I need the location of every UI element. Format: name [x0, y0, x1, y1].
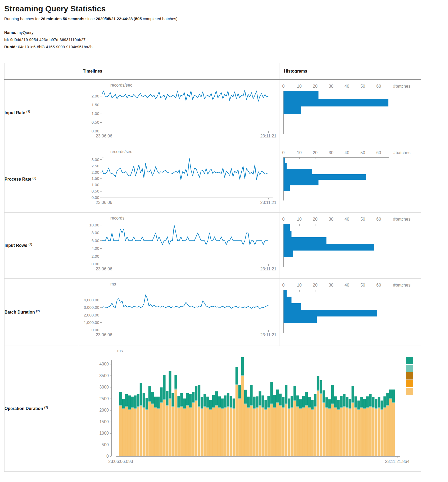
id-value: 9d0dd219-995d-423e-b97d-36931110bb27: [9, 37, 85, 42]
statistics-table: Timelines Histograms Input Rate (?) reco…: [4, 63, 421, 472]
svg-text:23:06:06.093: 23:06:06.093: [108, 459, 133, 464]
svg-text:2000: 2000: [99, 408, 109, 412]
svg-text:6.00: 6.00: [92, 238, 99, 243]
svg-text:0.00: 0.00: [92, 328, 99, 332]
input-rate-timeline-chart: records/sec0.000.501.001.502.0023:06:062…: [78, 80, 279, 146]
input-rows-histogram-cell: 0102030405060#batches: [279, 212, 421, 278]
svg-text:50: 50: [360, 150, 365, 155]
input-rate-help-icon[interactable]: (?): [26, 110, 30, 113]
svg-text:2.00: 2.00: [92, 254, 99, 258]
svg-text:50: 50: [360, 84, 365, 88]
svg-text:23:06:06: 23:06:06: [96, 200, 112, 205]
input-rate-timeline-cell: records/sec0.000.501.001.502.0023:06:062…: [78, 79, 279, 146]
svg-text:1.50: 1.50: [92, 102, 99, 107]
svg-text:1000: 1000: [99, 431, 109, 435]
runid-value: 04e101e6-8bf8-4165-9099-9104c951ba3b: [17, 44, 92, 49]
running-duration: 26 minutes 56 seconds: [41, 16, 84, 21]
svg-text:0: 0: [282, 283, 285, 287]
svg-text:records: records: [110, 216, 124, 220]
operation-duration-label: Operation Duration: [4, 407, 43, 411]
page: Streaming Query Statistics Running batch…: [0, 4, 448, 472]
svg-text:60: 60: [376, 84, 381, 88]
svg-text:20: 20: [313, 283, 318, 287]
completed-batches-count: 505: [135, 16, 142, 21]
empty-header-cell: [4, 63, 78, 79]
legend-swatch-4: [406, 380, 413, 387]
input-rows-help-icon[interactable]: (?): [29, 243, 32, 246]
svg-text:30: 30: [329, 283, 333, 287]
runid-label: RunId:: [4, 44, 17, 49]
svg-text:23:11:21: 23:11:21: [260, 267, 276, 271]
input-rows-timeline-cell: records0.002.004.006.008.0010.0023:06:06…: [78, 212, 279, 278]
svg-text:2,000.00: 2,000.00: [84, 313, 99, 317]
svg-text:40: 40: [345, 84, 349, 88]
svg-text:30: 30: [329, 150, 333, 155]
svg-text:30: 30: [329, 217, 333, 221]
svg-text:#batches: #batches: [393, 84, 410, 88]
svg-text:60: 60: [376, 150, 381, 155]
svg-text:30: 30: [329, 84, 333, 88]
svg-text:0: 0: [282, 150, 285, 155]
svg-text:20: 20: [313, 150, 318, 155]
svg-text:1.50: 1.50: [92, 176, 99, 181]
svg-text:500: 500: [102, 442, 109, 447]
process-rate-row: Process Rate (?) records/sec0.000.501.00…: [4, 146, 421, 212]
batch-duration-label-cell: Batch Duration (?): [4, 278, 78, 346]
svg-text:10.00: 10.00: [89, 223, 99, 227]
operation-duration-chart: ms0500100015002000250030003500400023:06:…: [78, 346, 421, 471]
input-rows-label-cell: Input Rows (?): [4, 212, 78, 278]
svg-text:2.50: 2.50: [92, 163, 99, 168]
process-rate-timeline-cell: records/sec0.000.501.001.502.002.503.002…: [78, 146, 279, 212]
legend-swatch-3: [406, 372, 413, 380]
query-id-line: Id: 9d0dd219-995d-423e-b97d-36931110bb27: [4, 36, 448, 43]
svg-text:1.00: 1.00: [92, 111, 99, 116]
svg-text:10: 10: [297, 150, 302, 155]
svg-text:2500: 2500: [99, 396, 109, 401]
query-name-line: Name: myQuery: [4, 29, 448, 36]
input-rows-histogram-chart: 0102030405060#batches: [279, 213, 421, 278]
svg-text:0: 0: [282, 217, 285, 221]
batch-duration-label: Batch Duration: [4, 310, 35, 314]
svg-text:0.50: 0.50: [92, 189, 99, 193]
svg-text:0.00: 0.00: [92, 262, 99, 266]
svg-text:23:11:21: 23:11:21: [260, 200, 276, 205]
paren-open: (: [133, 16, 135, 21]
svg-text:4,000.00: 4,000.00: [84, 298, 99, 302]
page-title: Streaming Query Statistics: [4, 4, 448, 13]
svg-text:10: 10: [297, 84, 302, 88]
svg-text:23:06:06: 23:06:06: [96, 134, 112, 138]
legend-swatch-5: [406, 388, 413, 395]
input-rate-label-cell: Input Rate (?): [4, 79, 78, 146]
input-rows-label: Input Rows: [4, 243, 27, 248]
svg-text:ms: ms: [117, 349, 123, 353]
svg-text:40: 40: [345, 217, 349, 221]
svg-text:2.00: 2.00: [92, 170, 99, 174]
svg-text:8.00: 8.00: [92, 230, 99, 235]
batch-duration-help-icon[interactable]: (?): [36, 309, 40, 313]
name-value: myQuery: [16, 30, 34, 35]
since-word: since: [84, 16, 96, 21]
operation-duration-legend: [406, 357, 413, 395]
operation-duration-help-icon[interactable]: (?): [44, 406, 48, 409]
svg-text:4000: 4000: [99, 362, 109, 366]
legend-swatch-2: [406, 365, 413, 372]
svg-text:0: 0: [106, 454, 109, 458]
svg-text:40: 40: [345, 283, 349, 287]
svg-text:#batches: #batches: [393, 217, 410, 221]
batch-duration-histogram-chart: 0102030405060#batches: [279, 279, 421, 346]
svg-text:1.00: 1.00: [92, 182, 99, 187]
svg-text:23:11:21: 23:11:21: [260, 333, 276, 337]
svg-text:#batches: #batches: [393, 150, 410, 155]
svg-text:2.00: 2.00: [92, 94, 99, 98]
svg-text:1500: 1500: [99, 419, 109, 424]
svg-text:50: 50: [360, 217, 365, 221]
svg-text:23:11:21.864: 23:11:21.864: [385, 459, 409, 464]
batch-duration-timeline-chart: ms0.001,000.002,000.003,000.004,000.0023…: [78, 279, 279, 346]
operation-duration-label-cell: Operation Duration (?): [4, 346, 78, 471]
input-rate-row: Input Rate (?) records/sec0.000.501.001.…: [4, 79, 421, 146]
query-runid-line: RunId: 04e101e6-8bf8-4165-9099-9104c951b…: [4, 43, 448, 50]
batch-duration-histogram-cell: 0102030405060#batches: [279, 278, 421, 346]
process-rate-help-icon[interactable]: (?): [33, 176, 36, 180]
svg-text:60: 60: [376, 283, 381, 287]
svg-text:50: 50: [360, 283, 365, 287]
